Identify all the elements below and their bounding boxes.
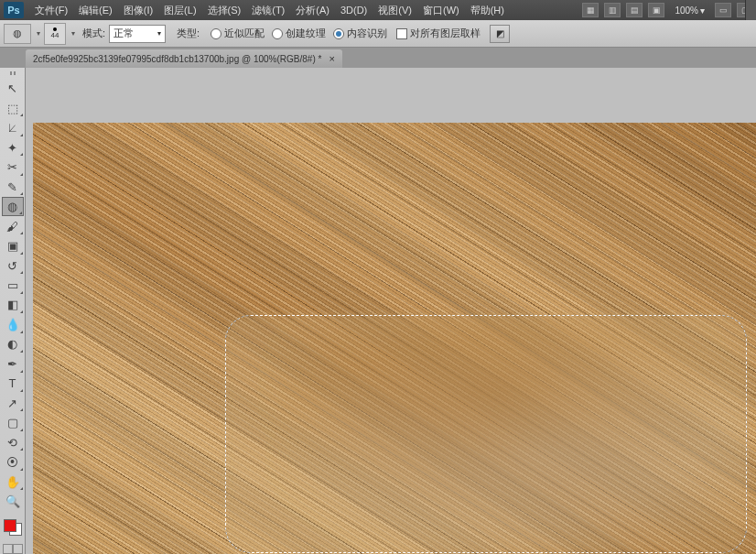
dodge-tool[interactable]: ◐: [2, 335, 24, 353]
radio-proximity-label: 近似匹配: [224, 27, 265, 40]
radio-content-label: 内容识别: [347, 27, 387, 40]
checkbox-sample-all-layers[interactable]: [396, 28, 407, 39]
radio-content-aware[interactable]: [333, 28, 344, 39]
radio-proximity-match[interactable]: [211, 28, 221, 39]
app-logo: Ps: [4, 2, 24, 18]
tool-preset-picker[interactable]: ◍: [4, 24, 31, 44]
chevron-down-icon[interactable]: ▾: [71, 29, 75, 38]
document-tab-bar: 2cf5e0fe9925bc3139fe07995cdf8db1cb13700b…: [0, 48, 756, 68]
flyout-indicator-icon: [20, 429, 23, 431]
toolbox: ↖⬚⟀✦✂✎◍🖌▣↺▭◧💧◐✒T↗▢⟲⦿✋🔍: [0, 68, 26, 554]
mode-label: 模式:: [82, 27, 105, 40]
menu-bar: Ps 文件(F) 编辑(E) 图像(I) 图层(L) 选择(S) 滤镜(T) 分…: [0, 0, 756, 20]
menu-3d[interactable]: 3D(D): [335, 5, 373, 16]
3d-camera-tool[interactable]: ⦿: [2, 452, 24, 471]
menu-layer[interactable]: 图层(L): [158, 4, 201, 17]
lasso-tool[interactable]: ⟀: [2, 118, 24, 136]
mini-bridge-icon[interactable]: ▥: [604, 3, 621, 17]
brush-preset-picker[interactable]: 44: [44, 23, 66, 45]
chevron-down-icon[interactable]: ▾: [37, 29, 40, 38]
arrange-icon[interactable]: ▭: [715, 3, 731, 17]
flyout-indicator-icon: [20, 350, 23, 353]
flyout-indicator-icon: [20, 487, 23, 490]
brush-size-value: 44: [51, 31, 59, 39]
healing-brush-tool[interactable]: ◍: [2, 197, 24, 216]
mode-dropdown[interactable]: 正常 ▾: [109, 25, 166, 43]
menu-image[interactable]: 图像(I): [118, 4, 158, 17]
brush-tool[interactable]: 🖌: [2, 217, 24, 235]
mode-value: 正常: [113, 27, 134, 40]
menu-filter[interactable]: 滤镜(T): [246, 4, 290, 17]
eraser-tool[interactable]: ▭: [2, 276, 24, 294]
color-swatches[interactable]: [2, 517, 24, 538]
zoom-tool[interactable]: 🔍: [2, 492, 24, 510]
quick-mask-toggle[interactable]: [3, 544, 23, 554]
type-label: 类型:: [177, 27, 200, 40]
flyout-indicator-icon: [20, 114, 23, 116]
flyout-indicator-icon: [20, 389, 23, 392]
flyout-indicator-icon: [20, 408, 23, 411]
extras-icon[interactable]: ▤: [626, 3, 643, 17]
panel-dock-edge: [745, 0, 756, 20]
marquee-selection[interactable]: [225, 315, 747, 553]
flyout-indicator-icon: [20, 192, 23, 195]
radio-texture-label: 创建纹理: [286, 27, 326, 40]
chevron-down-icon: ▾: [700, 5, 705, 16]
checkbox-sample-label: 对所有图层取样: [410, 27, 481, 40]
chevron-down-icon: ▾: [157, 29, 161, 38]
marquee-tool[interactable]: ⬚: [2, 99, 24, 117]
menu-analysis[interactable]: 分析(A): [290, 4, 335, 17]
options-bar: ◍ ▾ 44 ▾ 模式: 正常 ▾ 类型: 近似匹配 创建纹理 内容识别 对所有…: [0, 20, 756, 48]
menu-select[interactable]: 选择(S): [202, 4, 247, 17]
gradient-tool[interactable]: ◧: [2, 296, 24, 314]
hand-tool[interactable]: ✋: [2, 473, 24, 491]
menu-help[interactable]: 帮助(H): [465, 4, 510, 17]
flyout-indicator-icon: [20, 232, 23, 234]
flyout-indicator-icon: [20, 134, 23, 136]
path-tool[interactable]: ↗: [2, 394, 24, 412]
document-canvas[interactable]: [33, 123, 756, 554]
close-icon[interactable]: ×: [329, 53, 334, 64]
guides-icon[interactable]: ▣: [648, 3, 664, 17]
menu-window[interactable]: 窗口(W): [417, 4, 465, 17]
flyout-indicator-icon: [20, 468, 23, 471]
bandage-icon: ◍: [13, 27, 22, 39]
zoom-level[interactable]: 100%▾: [675, 5, 705, 16]
flyout-indicator-icon: [20, 173, 23, 176]
menu-file[interactable]: 文件(F): [29, 4, 73, 17]
radio-create-texture[interactable]: [272, 28, 283, 39]
flyout-indicator-icon: [20, 153, 23, 156]
toolbox-grip[interactable]: [2, 71, 24, 77]
flyout-indicator-icon: [19, 212, 22, 214]
document-tab[interactable]: 2cf5e0fe9925bc3139fe07995cdf8db1cb13700b…: [26, 49, 342, 68]
flyout-indicator-icon: [20, 370, 23, 373]
blur-tool[interactable]: 💧: [2, 315, 24, 333]
flyout-indicator-icon: [20, 310, 23, 313]
type-tool[interactable]: T: [2, 375, 24, 393]
3d-tool[interactable]: ⟲: [2, 433, 24, 451]
shape-tool[interactable]: ▢: [2, 413, 24, 431]
flyout-indicator-icon: [20, 448, 23, 451]
flyout-indicator-icon: [20, 271, 23, 274]
flyout-indicator-icon: [20, 331, 23, 333]
magic-wand-tool[interactable]: ✦: [2, 138, 24, 157]
pen-tool[interactable]: ✒: [2, 354, 24, 373]
document-tab-title: 2cf5e0fe9925bc3139fe07995cdf8db1cb13700b…: [33, 54, 321, 64]
eyedropper-tool[interactable]: ✎: [2, 178, 24, 196]
pressure-icon: ◩: [496, 28, 504, 38]
flyout-indicator-icon: [20, 252, 23, 255]
clone-stamp-tool[interactable]: ▣: [2, 236, 24, 255]
canvas-area: [26, 68, 756, 554]
history-brush-tool[interactable]: ↺: [2, 256, 24, 275]
crop-tool[interactable]: ✂: [2, 158, 24, 176]
flyout-indicator-icon: [20, 291, 23, 294]
workspace: ↖⬚⟀✦✂✎◍🖌▣↺▭◧💧◐✒T↗▢⟲⦿✋🔍: [0, 68, 756, 554]
foreground-color-swatch[interactable]: [4, 519, 16, 532]
move-tool[interactable]: ↖: [2, 80, 24, 98]
launch-bridge-icon[interactable]: ▦: [582, 3, 599, 17]
pressure-toggle-button[interactable]: ◩: [490, 25, 510, 43]
menu-edit[interactable]: 编辑(E): [73, 4, 118, 17]
menu-view[interactable]: 视图(V): [373, 4, 417, 17]
